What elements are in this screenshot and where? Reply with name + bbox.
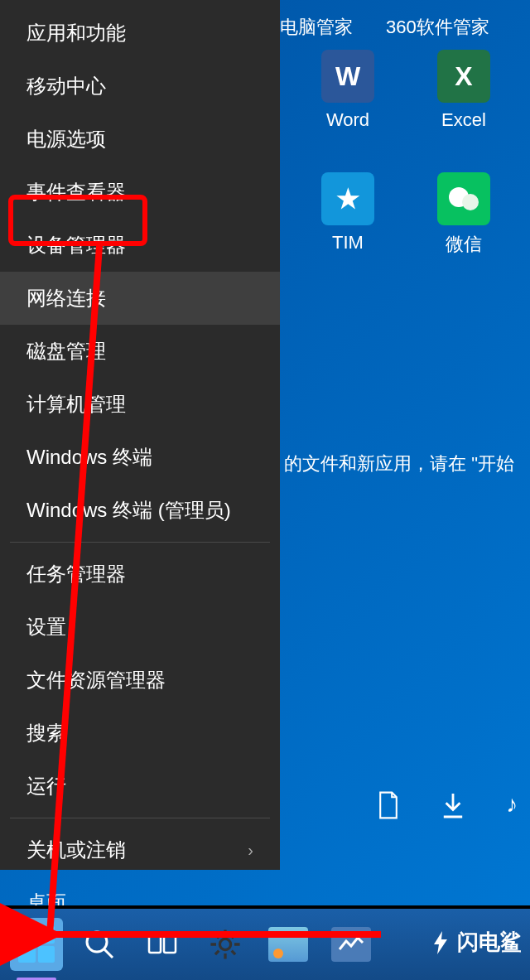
side-quick-icons: ♪ (377, 791, 518, 825)
task-view-button[interactable] (136, 918, 189, 971)
desktop-icons-area: W Word X Excel ★ TIM 微信 (282, 0, 530, 265)
menu-run[interactable]: 运行 (0, 760, 280, 813)
search-icon (83, 928, 116, 961)
menu-device-manager[interactable]: 设备管理器 (0, 219, 280, 272)
menu-disk-management[interactable]: 磁盘管理 (0, 325, 280, 378)
app-icon (268, 927, 308, 962)
menu-separator (10, 818, 270, 818)
icon-label: Excel (441, 109, 486, 131)
gear-icon (207, 926, 243, 963)
menu-network-connections[interactable]: 网络连接 (0, 272, 280, 325)
watermark: 闪电鲨 (427, 928, 522, 957)
menu-apps-features[interactable]: 应用和功能 (0, 7, 280, 60)
desktop-icon-wechat[interactable]: 微信 (422, 172, 505, 257)
svg-rect-7 (164, 936, 176, 953)
icon-label: 微信 (446, 232, 482, 257)
tim-icon: ★ (321, 172, 374, 225)
download-icon[interactable] (441, 791, 465, 825)
windows-logo-icon (18, 926, 55, 963)
wechat-icon (437, 172, 490, 225)
desktop-icon-excel[interactable]: X Excel (422, 50, 505, 131)
svg-point-1 (462, 194, 479, 210)
menu-computer-management[interactable]: 计算机管理 (0, 378, 280, 431)
app-icon (331, 927, 371, 962)
menu-separator (10, 542, 270, 543)
menu-windows-terminal-admin[interactable]: Windows 终端 (管理员) (0, 484, 280, 537)
chevron-right-icon: › (248, 841, 253, 860)
menu-power-options[interactable]: 电源选项 (0, 113, 280, 166)
menu-file-explorer[interactable]: 文件资源管理器 (0, 654, 280, 707)
start-button[interactable] (10, 918, 63, 971)
menu-mobility-center[interactable]: 移动中心 (0, 60, 280, 113)
winx-context-menu: 应用和功能 移动中心 电源选项 事件查看器 设备管理器 网络连接 磁盘管理 计算… (0, 0, 280, 870)
desktop-icon-tim[interactable]: ★ TIM (306, 172, 389, 257)
menu-settings[interactable]: 设置 (0, 601, 280, 654)
desktop-icon-word[interactable]: W Word (306, 50, 389, 131)
word-icon: W (321, 50, 374, 103)
menu-shutdown-signout[interactable]: 关机或注销 › (0, 823, 280, 876)
svg-rect-6 (149, 936, 161, 953)
settings-button[interactable] (199, 918, 252, 971)
search-button[interactable] (73, 918, 126, 971)
taskbar-app-1[interactable] (262, 918, 315, 971)
svg-point-4 (87, 932, 107, 952)
icon-label: TIM (332, 232, 364, 253)
menu-task-manager[interactable]: 任务管理器 (0, 548, 280, 601)
icon-label: Word (326, 109, 369, 131)
excel-icon: X (437, 50, 490, 103)
menu-windows-terminal[interactable]: Windows 终端 (0, 431, 280, 484)
svg-point-8 (219, 939, 230, 949)
start-link[interactable]: "开始 (471, 453, 514, 474)
music-icon[interactable]: ♪ (506, 791, 518, 825)
menu-search[interactable]: 搜索 (0, 707, 280, 760)
taskbar-app-2[interactable] (325, 918, 378, 971)
task-view-icon (146, 928, 179, 961)
menu-event-viewer[interactable]: 事件查看器 (0, 166, 280, 219)
file-icon[interactable] (377, 791, 400, 825)
desktop-hint-text: 的文件和新应用，请在 "开始 (284, 451, 514, 476)
svg-line-5 (104, 949, 113, 958)
